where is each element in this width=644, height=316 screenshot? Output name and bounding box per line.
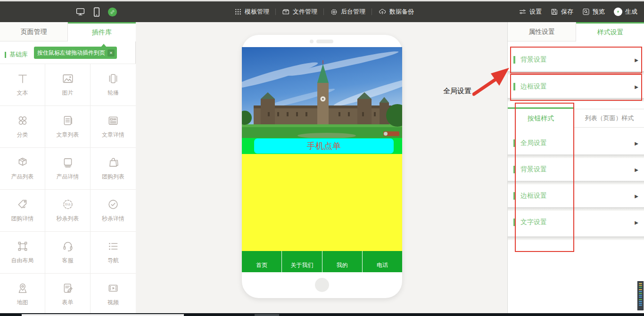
file-box-icon [282,8,290,16]
top-toolbar: 模板管理 文件管理 后台管理 数据备份 设置 [0,1,644,22]
plugin-item-video[interactable]: 视频 [91,274,136,316]
row-border-settings[interactable]: 边框设置 ▶ [508,75,644,98]
groupbuy-detail-icon [17,198,29,211]
header-photo[interactable] [242,47,402,138]
row-divider [508,181,644,185]
order-title-button[interactable]: 手机点单 [254,138,394,154]
action-label: 保存 [561,8,573,16]
taskbar-edge [0,313,644,316]
freelayout-icon [17,240,29,252]
menu-template-manage[interactable]: 模板管理 [234,8,269,16]
svg-text:秒杀: 秒杀 [65,203,70,206]
subtab-list-page-style[interactable]: 列表（页面）样式 [574,109,644,128]
nav-item-home[interactable]: 首页 [242,251,281,272]
row-marker [513,192,515,200]
row-divider [508,98,644,102]
menu-label: 数据备份 [389,8,414,16]
plugin-item-category[interactable]: 分类 [0,106,45,148]
plugin-item-customer-service[interactable]: 客服 [45,232,91,274]
menu-data-backup[interactable]: 数据备份 [378,8,414,16]
menu-label: 后台管理 [341,8,365,16]
plugin-item-product-list[interactable]: 产品列表 [0,148,45,190]
nav-item-about[interactable]: 关于我们 [281,251,322,272]
row-divider [508,207,644,211]
plugin-item-navigation[interactable]: 导航 [91,232,136,274]
settings-button[interactable]: 设置 [519,8,542,16]
preview-button[interactable]: 预览 [582,8,605,16]
text-icon [17,73,29,85]
row-global-settings[interactable]: 全局设置 ▶ [508,132,644,154]
row-marker [513,139,515,147]
product-detail-icon [62,156,74,169]
article-detail-icon [107,114,119,127]
plugin-item-article-detail[interactable]: 文章详情 [91,106,136,148]
subtab-button-style[interactable]: 按钮样式 [508,107,574,128]
plugin-item-groupbuy-detail[interactable]: 团购详情 [0,190,45,232]
plugin-item-map[interactable]: 地图 [0,274,45,316]
chevron-right-icon: ▶ [635,84,638,89]
plugin-item-form[interactable]: 表单 [45,274,91,316]
row-text-settings[interactable]: 文字设置 ▶ [508,211,644,234]
row-divider [508,236,644,240]
phone-bottom-nav: 首页 关于我们 我的 电话 [242,251,402,272]
grid-icon [234,8,242,16]
plugin-item-seckill-detail[interactable]: 秒杀详情 [91,190,136,232]
chevron-right-icon: ▶ [635,194,638,199]
tooltip-close-icon[interactable]: × [107,49,115,57]
page-body-block[interactable] [242,154,402,251]
product-list-icon [17,156,29,169]
menu-file-manage[interactable]: 文件管理 [282,8,317,16]
mobile-preview-icon[interactable] [93,7,100,17]
menu-separator [323,8,324,15]
row-marker [513,219,515,226]
plugin-item-product-detail[interactable]: 产品详情 [45,148,91,190]
plugin-item-groupbuy-list[interactable]: 团购列表 [91,148,136,190]
customer-service-icon [62,240,74,252]
tab-style-settings[interactable]: 样式设置 [576,22,644,41]
nav-item-mine[interactable]: 我的 [322,251,362,272]
nav-item-phone[interactable]: 电话 [362,251,402,272]
image-icon [62,73,74,85]
settings-panel: 属性设置 样式设置 背景设置 ▶ 边框设置 ▶ 按钮样式 列表（页面）样式 全局… [507,22,644,313]
generate-button[interactable]: 生成 [614,8,637,16]
seckill-detail-icon [107,198,119,211]
cloud-upload-icon [378,8,387,16]
row-button-background-settings[interactable]: 背景设置 ▶ [508,158,644,181]
sliders-icon [519,8,527,16]
minimap-widget[interactable] [637,281,644,310]
tab-page-manage[interactable]: 页面管理 [0,22,68,41]
phone-screen[interactable]: 手机点单 首页 关于我们 我的 电话 [242,47,402,272]
menu-separator [372,8,372,15]
main-menu: 模板管理 文件管理 后台管理 数据备份 [234,1,414,22]
row-marker [513,56,515,64]
row-marker [513,83,515,90]
phone-preview: 手机点单 首页 关于我们 我的 电话 [242,35,402,298]
menu-backend-manage[interactable]: 后台管理 [330,8,365,16]
chevron-right-icon: ▶ [635,57,638,63]
home-button[interactable] [315,278,329,292]
tab-plugin-library[interactable]: 插件库 [68,22,136,41]
plugin-item-carousel[interactable]: 轮播 [91,64,136,106]
camera-dot [310,40,314,43]
chevron-right-icon: ▶ [635,167,638,172]
plugin-item-image[interactable]: 图片 [45,64,91,106]
plugin-item-seckill-list[interactable]: 秒杀 秒杀列表 [45,190,91,232]
save-button[interactable]: 保存 [551,8,573,16]
desktop-preview-icon[interactable] [75,7,85,16]
chevron-right-icon: ▶ [635,141,638,146]
tab-attribute-settings[interactable]: 属性设置 [508,22,576,41]
plugin-grid: 文本 图片 轮播 分类 文章列表 文章详情 [0,64,136,316]
page-builder-app: 模板管理 文件管理 后台管理 数据备份 设置 [0,0,644,316]
plugin-item-text[interactable]: 文本 [0,64,45,106]
row-background-settings[interactable]: 背景设置 ▶ [508,49,644,71]
plugin-item-free-layout[interactable]: 自由布局 [0,232,45,274]
tooltip-text: 按住鼠标左键拖动插件到页 [37,49,105,57]
link-preview-icon[interactable] [108,8,117,16]
plugin-item-article-list[interactable]: 文章列表 [45,106,91,148]
video-icon [107,282,119,294]
action-label: 生成 [625,8,637,16]
photo-watermark [383,131,399,136]
generate-icon [614,8,622,16]
title-strip[interactable]: 手机点单 [242,138,402,154]
row-button-border-settings[interactable]: 边框设置 ▶ [508,185,644,207]
